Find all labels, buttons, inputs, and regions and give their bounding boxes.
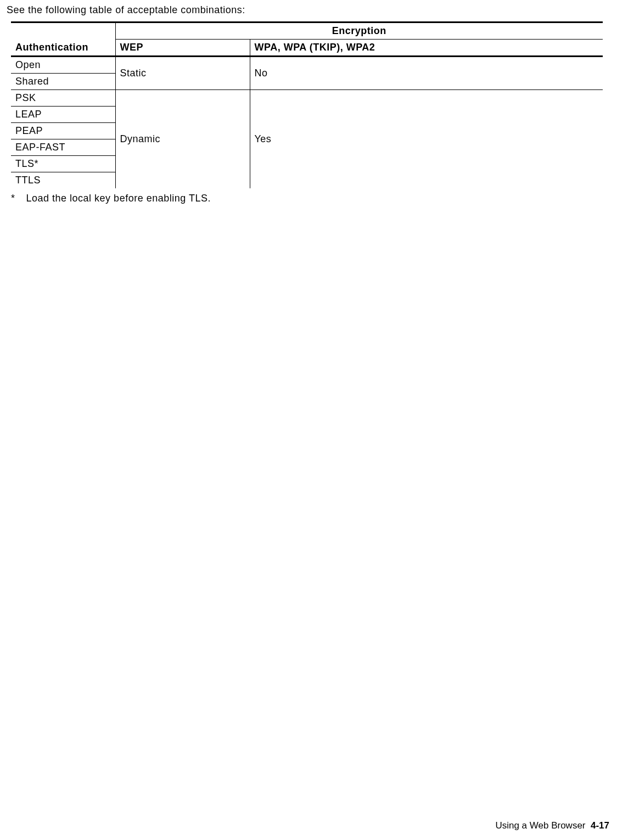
auth-row: TTLS <box>11 172 115 189</box>
auth-row: PSK <box>11 90 115 107</box>
wpa-value: No <box>250 57 603 90</box>
wpa-value: Yes <box>250 90 603 189</box>
combinations-table: Authentication Encryption WEP WPA, WPA (… <box>11 21 603 188</box>
auth-row: EAP-FAST <box>11 139 115 156</box>
wep-value: Static <box>115 57 250 90</box>
footnote-text: Load the local key before enabling TLS. <box>26 193 211 204</box>
footer-section: Using a Web Browser <box>495 820 585 831</box>
footer-page: 4-17 <box>591 820 609 831</box>
wep-value: Dynamic <box>115 90 250 189</box>
header-wpa: WPA, WPA (TKIP), WPA2 <box>250 40 603 57</box>
auth-row: TLS* <box>11 156 115 172</box>
page-footer: Using a Web Browser 4-17 <box>495 820 609 831</box>
auth-row: PEAP <box>11 123 115 139</box>
footnote: * Load the local key before enabling TLS… <box>11 193 610 204</box>
header-authentication: Authentication <box>11 23 115 57</box>
intro-text: See the following table of acceptable co… <box>7 4 610 16</box>
auth-row: Open <box>11 57 115 74</box>
footnote-mark: * <box>11 193 23 204</box>
auth-row: Shared <box>11 74 115 90</box>
auth-row: LEAP <box>11 107 115 123</box>
header-encryption: Encryption <box>115 23 603 40</box>
header-wep: WEP <box>115 40 250 57</box>
